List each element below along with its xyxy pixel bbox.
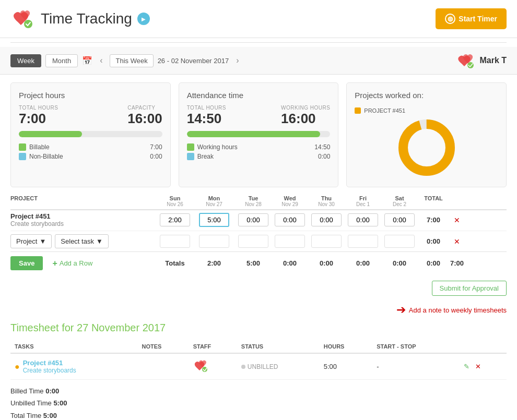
donut-chart (395, 116, 458, 179)
billable-dot (19, 143, 26, 151)
header-divider (10, 42, 507, 43)
col-sat: Sat Dec 2 (381, 195, 418, 207)
ts-select-input-sun[interactable] (160, 235, 190, 248)
col-wed-date: Nov 29 (272, 201, 308, 207)
ts-bottom-tbody: ● Project #451 Create storyboards (10, 353, 507, 380)
projects-worked-title: Projects worked on: (355, 91, 498, 100)
task-select[interactable]: Select task ▼ (55, 234, 108, 248)
billable-value: 7:00 (150, 143, 162, 151)
delete-icon[interactable]: ✕ (475, 363, 481, 370)
unbilled-time: Unbilled Time 5:00 (10, 397, 507, 409)
this-week-button[interactable]: This Week (110, 54, 153, 67)
donut-chart-container: PROJECT #451 (355, 107, 498, 179)
tab-week[interactable]: Week (10, 54, 41, 67)
col-fri-day: Fri (345, 195, 381, 201)
video-camera-icon[interactable]: ▶ (137, 13, 150, 25)
svg-point-0 (24, 20, 32, 28)
add-row-button[interactable]: + Add a Row (52, 259, 92, 268)
ts-input-sun[interactable] (160, 213, 190, 226)
ts-cell-thu (308, 213, 345, 226)
th-hours: HOURS (320, 340, 372, 353)
project-hours-title: Project hours (19, 91, 162, 100)
ts-input-wed[interactable] (275, 213, 305, 226)
billing-info: Billed Time 0:00 Unbilled Time 5:00 Tota… (10, 385, 507, 420)
donut-legend-label: PROJECT #451 (364, 107, 405, 114)
start-timer-button[interactable]: ◍ Start Timer (436, 8, 507, 29)
ts-select-input-thu[interactable] (311, 235, 342, 248)
working-hours-legend: Working hours 14:50 (187, 143, 331, 151)
next-week-button[interactable]: › (233, 55, 242, 66)
col-wed-day: Wed (272, 195, 308, 201)
ts-input-fri[interactable] (348, 213, 378, 226)
th-tasks: TASKS (10, 340, 138, 353)
donut-legend-dot (355, 107, 361, 114)
header-left: Time Tracking ▶ (10, 6, 150, 31)
ts-delete-row[interactable]: ✕ (449, 216, 465, 224)
totals-sat: 0:00 (418, 259, 449, 267)
bottom-task-name[interactable]: Create storyboards (23, 367, 76, 374)
col-wed: Wed Nov 29 (272, 195, 308, 207)
td-task: ● Project #451 Create storyboards (10, 353, 138, 380)
col-mon-date: Nov 27 (193, 201, 235, 207)
ts-input-sat[interactable] (384, 213, 415, 226)
header: Time Tracking ▶ ◍ Start Timer (0, 0, 517, 38)
col-tue-day: Tue (235, 195, 272, 201)
edit-icon[interactable]: ✎ (464, 363, 469, 370)
note-link[interactable]: Add a note to weekly timesheets (409, 306, 507, 314)
th-status: STATUS (237, 340, 320, 353)
tab-month[interactable]: Month (45, 54, 78, 67)
ts-select-input-wed[interactable] (275, 235, 305, 248)
cards-row: Project hours TOTAL HOURS 7:00 CAPACITY … (0, 75, 517, 195)
th-notes: NOTES (138, 340, 189, 353)
break-label: Break (197, 153, 214, 160)
ts-select-delete[interactable]: ✕ (449, 237, 465, 246)
ts-cell-tue (235, 213, 272, 226)
nonbillable-value: 0:00 (150, 153, 162, 160)
col-total: TOTAL (418, 195, 449, 207)
ts-select-input-sat[interactable] (384, 235, 415, 248)
project-hours-progress-fill (19, 131, 82, 137)
col-actions (449, 195, 465, 207)
ts-selects: Project ▼ Select task ▼ (10, 234, 157, 248)
break-legend: Break 0:00 (187, 153, 331, 160)
att-working-label: WORKING HOURS (281, 105, 330, 111)
project-select[interactable]: Project ▼ (10, 234, 52, 248)
capacity-value: 16:00 (127, 111, 162, 127)
table-row: ● Project #451 Create storyboards (10, 353, 507, 380)
ts-input-thu[interactable] (311, 213, 342, 226)
col-thu-date: Nov 30 (308, 201, 345, 207)
ts-bottom-thead: TASKS NOTES STAFF STATUS HOURS START - S… (10, 340, 507, 353)
td-hours: 5:00 (320, 353, 372, 380)
billable-label: Billable (29, 143, 50, 151)
add-icon: + (52, 259, 57, 268)
td-staff (189, 353, 237, 380)
submit-approval-button[interactable]: Submit for Approval (432, 281, 507, 296)
ts-select-fri (345, 235, 381, 248)
bottom-project-name[interactable]: Project #451 (23, 359, 76, 367)
att-working-value: 16:00 (281, 111, 330, 127)
totals-wed: 0:00 (308, 259, 345, 267)
start-timer-label: Start Timer (459, 15, 497, 23)
ts-bottom-table: TASKS NOTES STAFF STATUS HOURS START - S… (10, 340, 507, 380)
prev-week-button[interactable]: ‹ (97, 55, 105, 66)
col-thu-day: Thu (308, 195, 345, 201)
ts-select-input-tue[interactable] (238, 235, 268, 248)
th-start-stop: START - STOP (372, 340, 459, 353)
ts-input-tue[interactable] (238, 213, 268, 226)
save-button[interactable]: Save (10, 256, 43, 270)
totals-total: 7:00 (449, 259, 465, 267)
col-sat-date: Dec 2 (381, 201, 418, 207)
user-name: Mark T (479, 56, 507, 65)
th-staff: STAFF (189, 340, 237, 353)
ts-select-input-fri[interactable] (348, 235, 378, 248)
calendar-icon[interactable]: 📅 (82, 56, 92, 66)
project-hours-card: Project hours TOTAL HOURS 7:00 CAPACITY … (10, 82, 171, 187)
add-row-label: Add a Row (60, 259, 93, 267)
projects-worked-card: Projects worked on: PROJECT #451 (346, 82, 507, 187)
ts-input-mon[interactable] (199, 213, 229, 227)
app-logo (10, 6, 36, 31)
col-sun-date: Nov 26 (157, 201, 193, 207)
ts-select-input-mon[interactable] (199, 235, 229, 248)
status-text: UNBILLED (248, 363, 278, 370)
nonbillable-legend: Non-Billable 0:00 (19, 153, 162, 160)
